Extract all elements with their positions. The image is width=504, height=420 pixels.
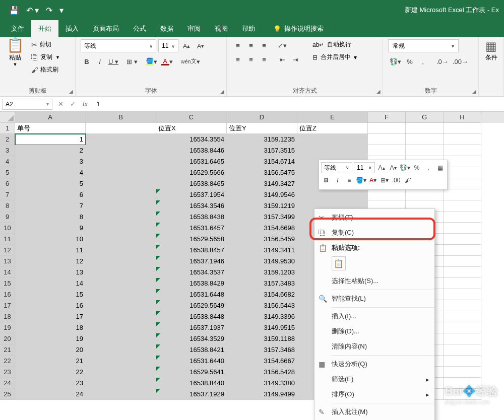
cell[interactable] [86, 167, 156, 178]
cell[interactable] [86, 234, 156, 245]
cm-delete[interactable]: 删除(D)... [314, 324, 434, 339]
cell[interactable]: 3149.9546 [227, 189, 297, 200]
cell[interactable] [444, 300, 481, 311]
cell[interactable]: 3156.5443 [227, 300, 297, 311]
align-center-icon[interactable]: ≡ [245, 53, 257, 65]
cell[interactable] [444, 156, 481, 167]
row-header[interactable]: 13 [0, 256, 15, 267]
row-header[interactable]: 7 [0, 189, 15, 200]
cell[interactable]: 16531.6465 [156, 156, 227, 167]
format-painter-button[interactable]: 🖌格式刷 [29, 64, 62, 75]
row-header[interactable]: 4 [0, 156, 15, 167]
cell[interactable] [444, 333, 481, 344]
increase-font-icon[interactable]: A▴ [180, 40, 193, 52]
cm-quick-analysis[interactable]: ▦快速分析(Q) [314, 357, 434, 372]
cell[interactable] [444, 256, 481, 267]
cell[interactable] [444, 234, 481, 245]
cell[interactable]: 1 [15, 134, 86, 145]
cell[interactable]: 24 [15, 389, 86, 400]
undo-icon[interactable]: ↶ ▾ [26, 6, 39, 15]
cell[interactable]: 16537.1929 [156, 389, 227, 400]
row-header[interactable]: 10 [0, 223, 15, 234]
cell[interactable]: 位置Y [227, 123, 297, 134]
cell[interactable]: 23 [15, 378, 86, 389]
formula-input[interactable]: 1 [92, 99, 504, 110]
cell[interactable]: 16531.6440 [156, 356, 227, 367]
cell[interactable] [444, 134, 481, 145]
cell[interactable]: 3159.1203 [227, 267, 297, 278]
cell[interactable]: 2 [15, 145, 86, 156]
phonetic-button[interactable]: wén文 ▾ [179, 55, 202, 67]
cell[interactable]: 16534.3554 [156, 134, 227, 145]
cell[interactable] [368, 134, 406, 145]
cell[interactable] [86, 178, 156, 189]
mini-increase-font-icon[interactable]: A▴ [376, 162, 387, 173]
mini-italic-button[interactable]: I [333, 175, 343, 186]
cell[interactable]: 16529.5649 [156, 300, 227, 311]
cell[interactable] [86, 156, 156, 167]
tab-review[interactable]: 审阅 [180, 20, 208, 37]
comma-icon[interactable]: , [417, 55, 429, 67]
cell[interactable]: 3157.3515 [227, 145, 297, 156]
cell[interactable]: 21 [15, 356, 86, 367]
col-header[interactable]: B [86, 112, 156, 123]
cell[interactable] [86, 356, 156, 367]
select-all-button[interactable] [0, 112, 15, 123]
alignment-launcher-icon[interactable]: ◢ [376, 89, 381, 94]
cell[interactable]: 9 [15, 223, 86, 234]
conditional-formatting-button[interactable]: ▦ 条件 [484, 39, 498, 62]
cell[interactable]: 16537.1937 [156, 322, 227, 333]
cell[interactable] [406, 134, 444, 145]
cell[interactable]: 3149.3411 [227, 245, 297, 256]
increase-decimal-icon[interactable]: .0→ [435, 55, 450, 67]
enter-formula-icon[interactable]: ✓ [67, 100, 79, 108]
cell[interactable]: 12 [15, 256, 86, 267]
mini-accounting-icon[interactable]: 💱▾ [400, 162, 410, 173]
cell[interactable]: 16537.1954 [156, 189, 227, 200]
cell[interactable] [444, 167, 481, 178]
cell[interactable]: 位置Z [297, 123, 368, 134]
cm-clear[interactable]: 清除内容(N) [314, 339, 434, 354]
qat-customize-icon[interactable]: ▾ [59, 6, 64, 15]
cell[interactable]: 16538.8429 [156, 278, 227, 289]
col-header[interactable]: G [406, 112, 444, 123]
tab-data[interactable]: 数据 [153, 20, 180, 37]
cell[interactable]: 11 [15, 245, 86, 256]
cell[interactable]: 22 [15, 367, 86, 378]
mini-font-dropdown[interactable]: 等线∨ [321, 162, 352, 173]
cell[interactable] [86, 189, 156, 200]
cell[interactable]: 3154.6667 [227, 356, 297, 367]
align-left-icon[interactable]: ≡ [232, 53, 244, 65]
cell[interactable]: 3159.1219 [227, 200, 297, 212]
bold-button[interactable]: B [81, 55, 93, 67]
cell[interactable] [86, 278, 156, 289]
cell[interactable]: 3156.5475 [227, 167, 297, 178]
cm-smart-lookup[interactable]: 🔍智能查找(L) [314, 291, 434, 306]
cell[interactable] [86, 134, 156, 145]
cell[interactable] [406, 123, 444, 134]
cell[interactable] [444, 278, 481, 289]
cell[interactable] [86, 212, 156, 223]
cell[interactable]: 3 [15, 156, 86, 167]
cell[interactable]: 3149.3396 [227, 311, 297, 322]
cell[interactable]: 3149.9530 [227, 256, 297, 267]
tab-insert[interactable]: 插入 [58, 20, 86, 37]
cell[interactable]: 17 [15, 311, 86, 322]
cell[interactable]: 16531.6448 [156, 289, 227, 300]
cell[interactable] [444, 245, 481, 256]
mini-border-button[interactable]: ⊞▾ [380, 175, 390, 186]
mini-decrease-font-icon[interactable]: A▾ [388, 162, 398, 173]
cell[interactable] [444, 200, 481, 212]
cell[interactable]: 16529.5658 [156, 234, 227, 245]
row-header[interactable]: 22 [0, 356, 15, 367]
cell[interactable] [444, 212, 481, 223]
save-icon[interactable]: 💾 [9, 6, 19, 15]
orientation-icon[interactable]: ⤢▾ [276, 39, 288, 51]
cell[interactable]: 16 [15, 300, 86, 311]
cell[interactable]: 14 [15, 278, 86, 289]
cell[interactable] [86, 333, 156, 344]
cell[interactable] [406, 145, 444, 156]
col-header[interactable]: C [156, 112, 227, 123]
cell[interactable]: 18 [15, 322, 86, 333]
cell[interactable] [86, 223, 156, 234]
